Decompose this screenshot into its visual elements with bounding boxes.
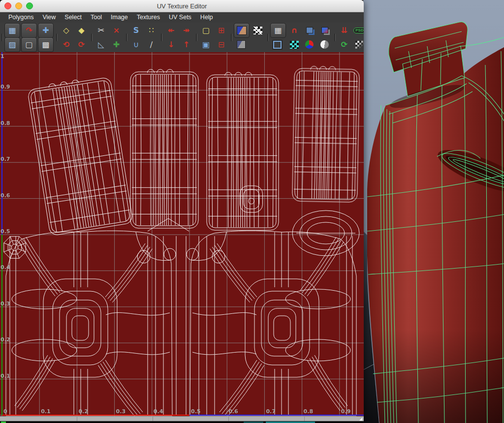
menu-textures[interactable]: Textures bbox=[132, 12, 164, 23]
menu-select[interactable]: Select bbox=[60, 12, 86, 23]
cut-uv-edges-icon[interactable]: ✂ bbox=[94, 24, 108, 37]
toolbar-separator bbox=[125, 27, 128, 48]
split-uvs-icon[interactable]: ◺ bbox=[94, 38, 108, 51]
menu-help[interactable]: Help bbox=[196, 12, 218, 23]
svg-text:0.1: 0.1 bbox=[41, 408, 51, 415]
isolate-group: ▢▣⊞⊟ bbox=[198, 24, 229, 52]
toolbar-separator bbox=[90, 27, 93, 48]
menu-tool[interactable]: Tool bbox=[86, 12, 106, 23]
window-title: UV Texture Editor bbox=[0, 2, 364, 10]
image-display-group bbox=[233, 24, 266, 52]
svg-text:1: 1 bbox=[0, 53, 4, 60]
svg-text:0.3: 0.3 bbox=[116, 408, 126, 415]
resize-corner[interactable] bbox=[359, 418, 362, 421]
update-psd-networks-icon[interactable]: PSD bbox=[352, 24, 364, 37]
svg-text:0.9: 0.9 bbox=[0, 84, 10, 90]
display-image-icon[interactable] bbox=[234, 23, 250, 38]
select-contained-faces-icon[interactable]: ▣ bbox=[199, 38, 213, 51]
menu-uv-sets[interactable]: UV Sets bbox=[164, 12, 196, 23]
svg-text:0.8: 0.8 bbox=[0, 120, 10, 126]
svg-text:0: 0 bbox=[3, 408, 7, 415]
view-display-group: ▦∩ bbox=[269, 24, 333, 52]
display-unfiltered-image-icon bbox=[237, 40, 246, 49]
title-bar[interactable]: UV Texture Editor bbox=[0, 0, 364, 12]
uv-canvas[interactable]: 00.10.20.30.40.50.60.70.80.90.10.20.30.4… bbox=[0, 52, 364, 416]
align-min-u-icon[interactable]: ↞ bbox=[164, 24, 178, 37]
transform-uv-group: ◇⟲◆⟳ bbox=[58, 24, 90, 52]
rotate-uvs-cw-icon[interactable]: ⟳ bbox=[74, 38, 89, 51]
toggle-grid-icon[interactable]: ▦ bbox=[270, 23, 286, 38]
svg-text:0.7: 0.7 bbox=[0, 156, 10, 162]
display-image-icon bbox=[237, 26, 247, 35]
unfold-uvs-icon[interactable]: ∪ bbox=[129, 38, 143, 51]
flip-v-icon[interactable]: ◆ bbox=[74, 24, 89, 37]
svg-text:0.8: 0.8 bbox=[304, 408, 314, 415]
uv-tool-group: ▦▨↷▢✚▩ bbox=[3, 24, 55, 52]
move-uv-shell-tool-icon[interactable]: ✚ bbox=[38, 23, 54, 38]
svg-text:0.5: 0.5 bbox=[0, 228, 10, 235]
uv-lattice-deform-icon[interactable]: ▨ bbox=[4, 37, 20, 52]
svg-text:0.1: 0.1 bbox=[0, 373, 10, 379]
svg-text:0.4: 0.4 bbox=[154, 408, 163, 415]
flip-u-icon[interactable]: ◇ bbox=[59, 24, 73, 37]
toolbar-separator bbox=[55, 27, 58, 48]
uv-wireframe-layer: 00.10.20.30.40.50.60.70.80.90.10.20.30.4… bbox=[0, 52, 364, 416]
marquee-select-tool-icon[interactable]: ▩ bbox=[38, 37, 54, 52]
move-and-sew-uvs-icon[interactable]: ✚ bbox=[109, 38, 124, 51]
toolbar: ▦▨↷▢✚▩◇⟲◆⟳✂◺×✚S∪∷∕↞↓↠↑▢▣⊞⊟▦∩⇊⟳PSD0.0000 bbox=[0, 23, 364, 53]
toolbar-separator bbox=[229, 27, 233, 48]
layout-uvs-icon[interactable]: S bbox=[129, 24, 143, 37]
toggle-baked-texture-icon bbox=[321, 27, 328, 33]
straighten-uvs-icon[interactable]: ∕ bbox=[144, 38, 158, 51]
dim-image-icon[interactable] bbox=[251, 24, 265, 37]
align-min-v-icon[interactable]: ↓ bbox=[164, 38, 178, 51]
uv-lattice-tool-icon[interactable]: ▦ bbox=[4, 23, 20, 38]
dim-image-icon bbox=[253, 27, 262, 34]
blank[interactable] bbox=[251, 38, 265, 51]
svg-text:0.9: 0.9 bbox=[341, 408, 351, 415]
grid-uvs-icon[interactable]: ∷ bbox=[144, 24, 158, 37]
toolbar-separator bbox=[0, 27, 3, 48]
toggle-shaded-uv-display-icon[interactable] bbox=[270, 38, 284, 51]
isolate-select-add-icon[interactable]: ⊞ bbox=[214, 24, 228, 37]
svg-text:0.6: 0.6 bbox=[228, 408, 238, 415]
uv-texture-fade-icon bbox=[355, 41, 364, 49]
pixel-snap-icon[interactable]: ∩ bbox=[287, 24, 301, 37]
toolbar-separator bbox=[194, 27, 198, 48]
screen: { "window": { "title": "UV Texture Edito… bbox=[0, 0, 504, 423]
toolbar-separator bbox=[159, 27, 163, 48]
toolbar-separator bbox=[266, 27, 269, 48]
perspective-viewport[interactable] bbox=[363, 0, 504, 423]
refresh-image-icon[interactable]: ⟳ bbox=[337, 38, 351, 51]
menu-polygons[interactable]: Polygons bbox=[4, 12, 38, 23]
toggle-filtered-image-icon bbox=[306, 27, 313, 33]
uv-smudge-tool-icon[interactable]: ↷ bbox=[21, 23, 37, 38]
display-rgb-channels-icon bbox=[305, 40, 314, 49]
rotate-uvs-ccw-icon[interactable]: ⟲ bbox=[59, 38, 73, 51]
toolbar-separator bbox=[333, 27, 336, 48]
layout-group: S∪∷∕ bbox=[128, 24, 159, 52]
display-alpha-channel-icon[interactable] bbox=[317, 38, 332, 51]
toggle-baked-texture-icon[interactable] bbox=[317, 24, 332, 37]
svg-text:0.2: 0.2 bbox=[78, 408, 88, 415]
menu-image[interactable]: Image bbox=[106, 12, 132, 23]
viewport-3d-model bbox=[363, 0, 504, 423]
display-rgb-channels-icon[interactable] bbox=[302, 38, 316, 51]
sew-uv-edges-icon[interactable]: × bbox=[109, 24, 124, 37]
select-shell-border-icon[interactable]: ▢ bbox=[199, 24, 213, 37]
svg-text:0.7: 0.7 bbox=[266, 408, 276, 415]
bake-group: ⇊⟳PSD bbox=[336, 24, 364, 52]
display-alpha-channel-icon bbox=[320, 40, 329, 49]
toggle-checkered-texture-icon[interactable] bbox=[287, 38, 301, 51]
toggle-filtered-image-icon[interactable] bbox=[302, 24, 316, 37]
isolate-select-remove-icon[interactable]: ⊟ bbox=[214, 38, 228, 51]
menu-view[interactable]: View bbox=[38, 12, 60, 23]
uv-select-tool-icon[interactable]: ▢ bbox=[21, 37, 37, 52]
align-max-v-icon[interactable]: ↑ bbox=[179, 38, 193, 51]
menu-bar: PolygonsViewSelectToolImageTexturesUV Se… bbox=[0, 12, 364, 23]
uv-texture-fade-icon[interactable] bbox=[352, 38, 364, 51]
force-editor-texture-rebake-icon[interactable]: ⇊ bbox=[337, 24, 351, 37]
align-max-u-icon[interactable]: ↠ bbox=[179, 24, 193, 37]
cut-sew-group: ✂◺×✚ bbox=[93, 24, 125, 52]
display-unfiltered-image-icon[interactable] bbox=[234, 38, 248, 51]
